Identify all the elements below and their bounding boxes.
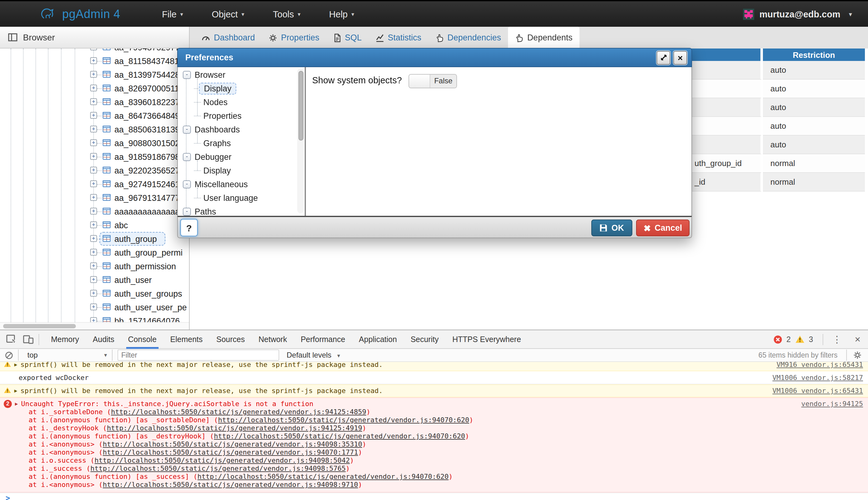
menu-file[interactable]: File▾ [148, 1, 197, 27]
tree-item-aa_908803015023[interactable]: +aa_908803015023 [0, 136, 190, 150]
expand-plus-icon[interactable]: + [90, 235, 97, 242]
scrollbar-thumb[interactable] [298, 71, 303, 140]
devtools-close-icon[interactable]: × [855, 334, 860, 345]
expand-plus-icon[interactable]: + [90, 221, 97, 228]
expand-plus-icon[interactable]: + [90, 167, 97, 173]
stack-url-link[interactable]: http://localhost:5050/static/js/generate… [90, 465, 346, 473]
table-header-cell-restriction[interactable]: Restriction [763, 48, 865, 61]
devtools-tab-sources[interactable]: Sources [209, 330, 252, 349]
pref-tree-item-paths[interactable]: -Paths [183, 205, 216, 216]
stack-url-link[interactable]: http://localhost:5050/static/js/generate… [197, 473, 449, 481]
expand-arrow-icon[interactable]: ▶ [14, 387, 18, 395]
expand-plus-icon[interactable]: + [90, 126, 97, 133]
collapse-minus-icon[interactable]: - [183, 71, 191, 79]
devtools-tab-console[interactable]: Console [121, 330, 163, 349]
tab-statistics[interactable]: Statistics [368, 27, 428, 48]
stack-url-link[interactable]: http://localhost:5050/static/js/generate… [94, 456, 350, 465]
collapse-minus-icon[interactable]: - [183, 180, 191, 188]
tab-dependencies[interactable]: Dependencies [428, 27, 508, 48]
expand-plus-icon[interactable]: + [90, 208, 97, 215]
pref-tree-item-display[interactable]: Display [194, 82, 237, 94]
expand-plus-icon[interactable]: + [90, 139, 97, 146]
preferences-tree-scrollbar[interactable] [297, 68, 304, 213]
device-toolbar-icon[interactable] [23, 334, 34, 344]
console-filter-input[interactable] [117, 350, 279, 361]
tab-dashboard[interactable]: Dashboard [195, 27, 262, 48]
tree-item-auth_group[interactable]: +auth_group [0, 232, 190, 246]
tree-item-auth_user[interactable]: +auth_user [0, 273, 190, 287]
pref-tree-item-debugger[interactable]: -Debugger [183, 150, 232, 163]
show-system-objects-toggle[interactable]: False [409, 74, 457, 88]
error-count-icon[interactable] [774, 335, 782, 344]
devtools-tab-network[interactable]: Network [252, 330, 294, 349]
console-prompt[interactable]: > [0, 492, 868, 500]
stack-url-link[interactable]: http://localhost:5050/static/js/generate… [218, 416, 469, 424]
expand-plus-icon[interactable]: + [90, 249, 97, 255]
stack-url-link[interactable]: http://localhost:5050/static/js/generate… [103, 481, 358, 489]
tree-item-abc[interactable]: +abc [0, 218, 190, 232]
stack-url-link[interactable]: http://localhost:5050/static/js/generate… [111, 408, 366, 416]
tree-item-aa_967913147770[interactable]: +aa_967913147770 [0, 191, 190, 205]
pref-tree-item-display[interactable]: Display [194, 164, 231, 177]
stack-url-link[interactable]: http://localhost:5050/static/js/generate… [103, 440, 362, 448]
tree-item-aa_927491524615[interactable]: +aa_927491524615 [0, 177, 190, 191]
clear-console-icon[interactable] [5, 351, 13, 359]
expand-plus-icon[interactable]: + [90, 262, 97, 269]
tree-item-aa_918591867986[interactable]: +aa_918591867986 [0, 150, 190, 163]
expand-plus-icon[interactable]: + [90, 180, 97, 187]
expand-plus-icon[interactable]: + [90, 57, 97, 64]
collapse-minus-icon[interactable]: - [183, 207, 191, 215]
tree-horizontal-scrollbar[interactable] [0, 322, 189, 330]
source-link[interactable]: VM916 vendor.js:65431 [777, 362, 863, 369]
stack-url-link[interactable]: http://localhost:5050/static/js/generate… [103, 448, 358, 456]
maximize-button[interactable] [656, 51, 670, 64]
tree-item-aa_885063181398[interactable]: +aa_885063181398 [0, 123, 190, 136]
expand-plus-icon[interactable]: + [90, 112, 97, 119]
devtools-tab-performance[interactable]: Performance [294, 330, 352, 349]
pref-tree-item-graphs[interactable]: Graphs [194, 137, 231, 149]
source-link[interactable]: vendor.js:94125 [801, 400, 863, 408]
expand-plus-icon[interactable]: + [90, 304, 97, 310]
devtools-tab-audits[interactable]: Audits [86, 330, 121, 349]
menu-tools[interactable]: Tools▾ [259, 1, 315, 27]
warning-count-icon[interactable] [795, 335, 804, 343]
tree-item-aaaaaaaaaaaaaaa[interactable]: +aaaaaaaaaaaaaaa [0, 205, 190, 218]
tree-item-aa_826970005115[interactable]: +aa_826970005115 [0, 81, 190, 95]
menu-help[interactable]: Help▾ [315, 1, 369, 27]
tree-item-aa_813997544287[interactable]: +aa_813997544287 [0, 68, 190, 81]
tree-item-aa_799437529777[interactable]: +aa_799437529777 [0, 48, 190, 54]
tree-item-auth_user_user_pe[interactable]: +auth_user_user_pe [0, 300, 190, 314]
cancel-button[interactable]: ✖ Cancel [636, 219, 689, 236]
devtools-tab-application[interactable]: Application [352, 330, 403, 349]
tree-item-aa_811584374816[interactable]: +aa_811584374816 [0, 54, 190, 68]
tab-properties[interactable]: Properties [262, 27, 326, 48]
devtools-tab-memory[interactable]: Memory [44, 330, 86, 349]
source-link[interactable]: VM1006 vendor.js:65431 [773, 387, 863, 395]
toggle-handle[interactable] [409, 75, 430, 88]
pref-tree-item-nodes[interactable]: Nodes [194, 96, 228, 108]
tree-item-aa_864736648494[interactable]: +aa_864736648494 [0, 109, 190, 123]
devtools-tab-security[interactable]: Security [404, 330, 446, 349]
collapse-minus-icon[interactable]: - [183, 153, 191, 161]
tree-item-aa_839601822372[interactable]: +aa_839601822372 [0, 95, 190, 109]
expand-plus-icon[interactable]: + [90, 71, 97, 78]
expand-plus-icon[interactable]: + [90, 84, 97, 91]
context-selector[interactable]: top ▾ [27, 351, 107, 360]
stack-url-link[interactable]: http://localhost:5050/static/js/generate… [214, 432, 465, 440]
devtools-tab-elements[interactable]: Elements [163, 330, 209, 349]
menu-object[interactable]: Object▾ [197, 1, 259, 27]
expand-plus-icon[interactable]: + [90, 290, 97, 297]
pref-tree-item-user-language[interactable]: User language [194, 192, 258, 204]
ok-button[interactable]: OK [591, 219, 632, 236]
pref-tree-item-properties[interactable]: Properties [194, 110, 242, 122]
expand-arrow-icon[interactable]: ▶ [15, 400, 18, 408]
help-button[interactable]: ? [180, 219, 198, 236]
log-levels-selector[interactable]: Default levels ▾ [287, 351, 340, 360]
expand-plus-icon[interactable]: + [90, 48, 97, 50]
expand-plus-icon[interactable]: + [90, 153, 97, 160]
tab-sql[interactable]: SQL [326, 27, 368, 48]
source-link[interactable]: VM1006 vendor.js:58217 [773, 374, 863, 382]
expand-plus-icon[interactable]: + [90, 194, 97, 201]
inspect-element-icon[interactable] [6, 334, 17, 344]
pref-tree-item-miscellaneous[interactable]: -Miscellaneous [183, 178, 248, 190]
